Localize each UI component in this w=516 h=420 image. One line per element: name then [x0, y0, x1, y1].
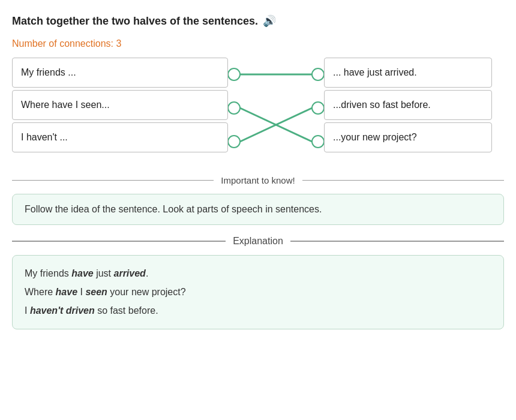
divider-right — [302, 180, 504, 181]
matching-area: My friends ... Where have I seen... I ha… — [12, 58, 504, 161]
explanation-label: Explanation — [233, 236, 283, 247]
explanation-box: My friends have just arrived. Where have… — [12, 255, 504, 329]
right-item-2[interactable]: ...driven so fast before. — [324, 90, 492, 120]
havent-driven: haven't driven — [30, 305, 95, 316]
right-node-1[interactable] — [312, 68, 324, 80]
divider-left — [12, 180, 214, 181]
explanation-line-2: Where have I seen your new project? — [25, 284, 491, 300]
left-item-2[interactable]: Where have I seen... — [12, 90, 228, 120]
left-column: My friends ... Where have I seen... I ha… — [12, 58, 228, 161]
explanation-divider-right — [290, 241, 504, 242]
explanation-divider-row: Explanation — [12, 236, 504, 247]
right-column: ... have just arrived. ...driven so fast… — [324, 58, 492, 161]
speaker-icon[interactable]: 🔊 — [263, 14, 276, 28]
important-box: Follow the idea of the sentence. Look at… — [12, 194, 504, 225]
connections-label: Number of connections: 3 — [12, 38, 504, 49]
important-text: Follow the idea of the sentence. Look at… — [25, 204, 322, 214]
right-item-3[interactable]: ...your new project? — [324, 122, 492, 152]
right-item-1[interactable]: ... have just arrived. — [324, 58, 492, 88]
explanation-divider-left — [12, 241, 226, 242]
right-node-3[interactable] — [312, 136, 324, 148]
connections-svg — [228, 58, 324, 158]
left-node-2[interactable] — [228, 102, 240, 114]
explanation-line-1: My friends have just arrived. — [25, 265, 491, 281]
connector-area — [228, 58, 324, 161]
right-node-2[interactable] — [312, 102, 324, 114]
left-node-3[interactable] — [228, 136, 240, 148]
have-2: have — [56, 287, 77, 297]
left-node-1[interactable] — [228, 68, 240, 80]
important-label: Important to know! — [221, 175, 295, 185]
left-item-3[interactable]: I haven't ... — [12, 122, 228, 152]
seen: seen — [85, 287, 107, 297]
page-title: Match together the two halves of the sen… — [12, 15, 258, 28]
arrived: arrived — [114, 268, 146, 278]
have-1: have — [71, 268, 93, 278]
important-divider-row: Important to know! — [12, 175, 504, 185]
title-row: Match together the two halves of the sen… — [12, 14, 504, 28]
explanation-line-3: I haven't driven so fast before. — [25, 302, 491, 319]
left-item-1[interactable]: My friends ... — [12, 58, 228, 88]
